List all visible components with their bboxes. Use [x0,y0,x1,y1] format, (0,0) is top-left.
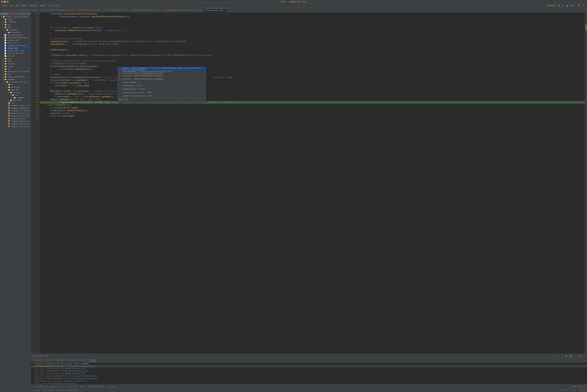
tree-item-settings[interactable]: ▸ 📁 .settings [0,21,30,23]
debug-session-name[interactable]: Bootstrap [39,355,48,357]
tree-item-output[interactable]: ▸ 📁 output [0,65,30,68]
maximize-button[interactable] [7,1,8,2]
debug-filter-button[interactable]: ≡ [583,354,586,358]
tree-item-web-inf[interactable]: ▾ 📁 WEB-INF [0,88,30,91]
stack-frame-1[interactable]: start:148, LifecycleBase (org.apache.cat… [31,368,587,370]
debug-resume-button[interactable]: ▶ [565,354,568,358]
tree-item-logback-core[interactable]: 📦 logback-core-1.2.3.jar [0,122,30,125]
line-endings[interactable]: LF [567,390,569,391]
tree-item-server-xml[interactable]: 📄 server.xml [0,47,30,50]
ac-item-4[interactable]: _domain_length = 8 [117,81,206,84]
stack-frame-5[interactable]: call:1755, ContainerBase$StartChild (org… [31,377,587,380]
breadcrumb-catalina[interactable]: catalina [29,5,37,6]
ac-next-button[interactable]: → [124,98,128,101]
tree-item-conf[interactable]: ▾ 📁 conf [0,26,30,28]
project-header[interactable]: Project ⚙ ↔ ↕ ≡ [0,12,30,16]
tree-item-logging[interactable]: 📄 logging.properties [0,44,30,47]
ac-item-8[interactable]: _property_value_pattern = false [117,94,206,98]
tree-item-junit[interactable]: 📦 junit-4.12.jar [0,117,30,120]
stack-frame-4[interactable]: call:1765, ContainerBase$StartChild (org… [31,375,587,377]
debug-frames-button[interactable]: ⬛ [574,354,578,358]
stack-frame-2[interactable]: start:5725, StandardContext (org.apache.… [31,370,587,372]
stack-frame-6[interactable]: run$$capture:266, FutureTask (java.util.… [31,380,587,382]
breadcrumb-file[interactable]: WebappLoader [48,5,60,6]
tree-item-servelet-test[interactable]: ▾ 📁 servelet-test-1.0 [0,81,30,83]
code-content[interactable]: classLoader.setClearReferencesThreadLoca… [40,12,585,354]
tab-set-properties[interactable]: SetPropertiesRule.java × [77,8,104,12]
debug-tab-overhead[interactable]: Overhead [54,358,66,362]
cursor-position[interactable]: 672:1 [560,390,565,391]
tab-abstract-sax[interactable]: AbstractSAXParser.java × [104,8,132,12]
debug-tab-variables[interactable]: Variables [32,358,45,362]
close-icon[interactable]: × [129,9,130,11]
bottom-tab-todo[interactable]: TODO [79,386,86,388]
settings-button[interactable]: ⚙ [582,4,586,7]
encoding[interactable]: UTF-8 [571,390,576,391]
bottom-tab-git[interactable]: Git [61,386,66,388]
tree-item-fastjson[interactable]: 📦 fastjson-1.2.60.jar [0,110,30,112]
bottom-tab-problems[interactable]: Problems [34,386,45,388]
close-icon[interactable]: × [160,9,161,11]
ac-item-7[interactable]: _property_list_pattern = false [117,91,206,94]
breadcrumb-org[interactable]: org [16,5,19,6]
tree-item-meta-inf-2[interactable]: ▸ 📁 META-INF [0,99,30,102]
close-icon[interactable]: × [224,10,225,11]
tree-item-lombok[interactable]: 📦 lombok-1.18.16.jar [0,125,30,128]
window-controls[interactable] [1,1,8,2]
debug-button[interactable]: ▶ [562,4,565,7]
tree-item-web-xml[interactable]: 📄 web.xml [0,55,30,57]
ac-item-1[interactable]: ▶ _canonicalName = "Catalina:context=/se… [117,70,206,74]
stack-frame-0[interactable]: startInternal:672, WebappLoader (org.apa… [31,365,587,368]
tree-item-res[interactable]: ▸ 📁 res [0,68,30,70]
tab-test-memory-leak[interactable]: TestWebappClassLoaderMemoryLeak.java × [163,8,205,12]
debug-settings-button[interactable]: ⚙ [579,354,582,358]
tree-item-tomcat-users-xsd[interactable]: 📄 tomcat-users.xsd [0,52,30,55]
tree-item-bin[interactable]: ▸ 📁 bin [0,23,30,26]
tab-webapp-classloader-base[interactable]: WebappClassLoaderBase.java × [132,8,163,12]
tree-item-servelet-bak[interactable]: ▸ 📁 servelet-test-1.0_bak [0,70,30,73]
tree-item-localhost[interactable]: ▸ 📁 localhost [0,31,30,34]
breadcrumb-java[interactable]: java [9,5,13,6]
tree-item-hamcrest[interactable]: 📦 hamcrest-core-1.3.jar [0,112,30,115]
debug-tab-frames[interactable]: Frames [88,358,97,362]
ac-item-3[interactable]: ▶ _ca_array = {ObjectName$Property[3]@22… [117,77,206,81]
tree-item-meta-inf[interactable]: ▸ 📁 META-INF [0,86,30,88]
close-icon[interactable]: × [102,9,103,11]
event-log-button[interactable]: Event Log [578,386,586,388]
tree-item-test[interactable]: ▸ 📁 test [0,73,30,76]
tree-item-tomcat-build[interactable]: ▸ 📁 tomcat-build-libs [0,76,30,78]
debug-stop-button[interactable]: ⏹ [569,354,573,358]
bottom-tab-build[interactable]: Build [49,386,56,388]
tab-standard-context[interactable]: StandardContext.java × [15,8,40,12]
close-icon[interactable]: × [38,9,39,11]
breadcrumb-tomcat[interactable]: tomcat [1,5,7,6]
tree-item-commons-codec[interactable]: 📦 commons-codec-1.11.jar [0,104,30,107]
ac-prev-button[interactable]: ← [119,98,123,101]
tree-item-java[interactable]: ▸ 📁 java [0,57,30,60]
tree-item-classes[interactable]: ▾ 📁 classes [0,91,30,94]
ac-item-5[interactable]: _propertyList = null [117,84,206,88]
ac-item-2[interactable]: ▶ _kp_array = {ObjectName$Property[3]@22… [117,74,206,77]
stack-frame-7[interactable]: run:-1, FutureTask (java.util.concurrent… [31,382,587,384]
tree-item-hello-txt[interactable]: 📄 hello.txt [0,42,30,44]
tree-item-catalina-props[interactable]: 📄 catalina.properties [0,36,30,39]
tree-item-example[interactable]: ▸ 📁 example [0,96,30,99]
tree-item-modules[interactable]: ▸ 📁 modules [0,62,30,65]
tree-item-lib[interactable]: ▾ 📁 lib [0,102,30,104]
tree-item-webapps[interactable]: ▾ 📁 webapps [0,78,30,81]
autocomplete-popup[interactable]: ▶ cloname = {ObjectName@1975} "Catalina:… [117,67,206,102]
stop-button[interactable]: ⏹ [566,4,569,7]
tree-item-hutool[interactable]: 📦 hutool-all-5.7.20.jar [0,115,30,117]
debug-tab-filter[interactable]: ≡ [583,359,586,362]
tree-item-context-xml[interactable]: 📄 context.xml [0,39,30,42]
close-icon[interactable]: × [12,9,13,11]
close-button[interactable] [1,1,3,2]
debug-mode-badge[interactable]: Debug [572,386,576,388]
run-button[interactable]: ▶ [558,4,561,7]
breadcrumb-apache[interactable]: apache [21,5,27,6]
debug-into-button[interactable]: ↘ [557,354,561,358]
tree-item-js[interactable]: ▸ 📁 js [0,83,30,86]
bottom-tab-terminal[interactable]: Terminal [107,386,117,388]
bottom-tab-sequence[interactable]: Sequence Diagram [87,386,106,388]
tab-dir-context[interactable]: DirContextURLStreamHandler.java × [40,8,77,12]
